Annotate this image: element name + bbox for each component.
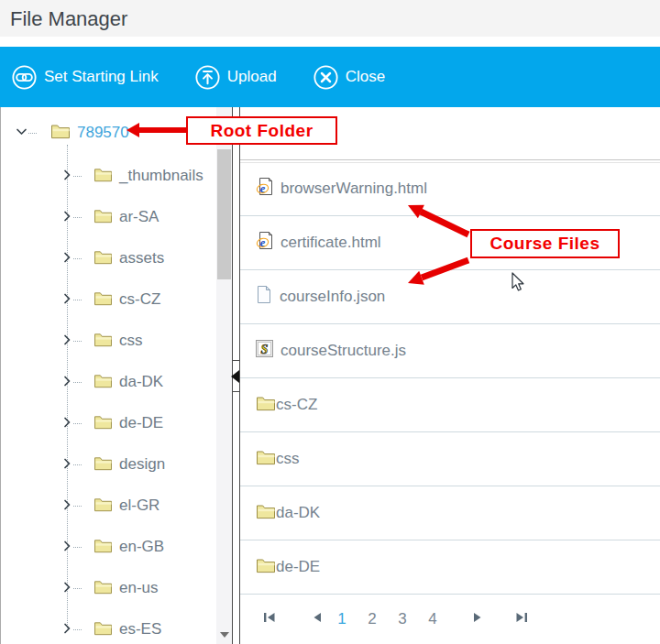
file-name[interactable]: css xyxy=(276,450,300,468)
file-row[interactable]: courseInfo.json xyxy=(240,270,660,324)
pagination: 1 2 3 4 xyxy=(240,595,660,644)
upload-button[interactable]: Upload xyxy=(195,65,277,90)
tree-item-ar-sa[interactable]: ar-SA xyxy=(61,207,159,227)
chevron-right-icon[interactable] xyxy=(61,539,72,555)
folder-icon xyxy=(94,373,113,392)
folder-icon xyxy=(94,249,113,268)
svg-text:e: e xyxy=(260,236,266,249)
tree-item-label[interactable]: el-GR xyxy=(119,497,160,515)
page-number-1[interactable]: 1 xyxy=(336,610,348,628)
tree-item-es-es[interactable]: es-ES xyxy=(61,619,161,639)
tree-item-label[interactable]: assets xyxy=(119,249,164,267)
set-starting-link-button[interactable]: Set Starting Link xyxy=(12,65,159,90)
splitter-collapse-icon[interactable] xyxy=(231,370,239,383)
file-row[interactable]: S courseStructure.js xyxy=(240,324,660,378)
file-name[interactable]: browserWarning.html xyxy=(280,180,427,198)
tree-item-root[interactable]: 789570 xyxy=(16,123,129,143)
course-files-annotation: Course Files xyxy=(470,229,620,258)
page-number-4[interactable]: 4 xyxy=(426,610,439,628)
folder-icon xyxy=(256,395,276,416)
first-page-button[interactable] xyxy=(263,611,277,628)
tree-item-el-gr[interactable]: el-GR xyxy=(61,496,160,516)
tree-item-label[interactable]: design xyxy=(119,455,165,474)
tree-item-da-dk[interactable]: da-DK xyxy=(61,372,163,392)
page-title: File Manager xyxy=(10,7,127,31)
file-name[interactable]: cs-CZ xyxy=(276,396,317,414)
file-name[interactable]: de-DE xyxy=(276,558,320,576)
tree-item-label[interactable]: da-DK xyxy=(119,373,163,391)
chevron-right-icon[interactable] xyxy=(61,374,72,390)
tree-scrollbar[interactable] xyxy=(216,107,232,644)
close-button[interactable]: Close xyxy=(314,65,385,90)
tree-stub xyxy=(28,132,37,134)
tree-item-design[interactable]: design xyxy=(61,454,165,475)
last-page-button[interactable] xyxy=(514,611,528,628)
file-name[interactable]: courseInfo.json xyxy=(280,288,385,306)
tree-item-label[interactable]: en-us xyxy=(119,579,159,597)
tree-item-thumbnails[interactable]: _thumbnails xyxy=(61,166,204,186)
svg-text:S: S xyxy=(261,343,269,356)
page-number-2[interactable]: 2 xyxy=(366,610,379,628)
file-row[interactable]: e browserWarning.html xyxy=(240,162,660,216)
chevron-right-icon[interactable] xyxy=(61,580,72,596)
tree-item-label[interactable]: cs-CZ xyxy=(119,290,160,309)
chevron-right-icon[interactable] xyxy=(61,209,72,225)
tree-item-css[interactable]: css xyxy=(61,331,143,351)
folder-icon xyxy=(94,538,113,557)
file-name[interactable]: da-DK xyxy=(276,504,320,522)
splitter-notch xyxy=(232,391,240,392)
course-files-annotation-label: Course Files xyxy=(490,234,600,254)
tree-item-label[interactable]: ar-SA xyxy=(119,208,159,226)
root-folder-annotation-label: Root Folder xyxy=(210,121,313,141)
folder-icon xyxy=(94,290,113,310)
chevron-right-icon[interactable] xyxy=(61,621,72,638)
folder-icon xyxy=(94,167,113,186)
tree-item-en-gb[interactable]: en-GB xyxy=(61,537,164,557)
root-folder-annotation: Root Folder xyxy=(186,116,337,145)
html-file-icon: e xyxy=(256,231,273,255)
tree-item-assets[interactable]: assets xyxy=(61,248,164,268)
file-list: e browserWarning.html e certificate.html… xyxy=(240,162,660,595)
tree-item-de-de[interactable]: de-DE xyxy=(61,413,163,433)
chevron-down-icon[interactable] xyxy=(16,125,28,141)
chevron-right-icon[interactable] xyxy=(61,456,72,473)
scroll-down-icon[interactable] xyxy=(220,632,229,638)
chevron-right-icon[interactable] xyxy=(61,250,72,267)
tree-item-label[interactable]: _thumbnails xyxy=(119,167,204,185)
file-name[interactable]: certificate.html xyxy=(280,234,381,252)
tree-item-label[interactable]: es-ES xyxy=(119,620,161,639)
file-name[interactable]: courseStructure.js xyxy=(280,342,406,360)
chevron-right-icon[interactable] xyxy=(61,168,72,184)
tree-scrollbar-thumb[interactable] xyxy=(217,149,231,279)
file-row[interactable]: css xyxy=(240,432,660,486)
next-page-button[interactable] xyxy=(472,611,483,628)
tree-item-en-us[interactable]: en-us xyxy=(61,578,159,598)
chevron-right-icon[interactable] xyxy=(61,333,72,349)
folder-icon xyxy=(94,332,113,351)
folder-icon xyxy=(94,579,113,598)
previous-page-button[interactable] xyxy=(312,611,323,628)
file-row[interactable]: de-DE xyxy=(240,540,660,595)
folder-icon xyxy=(256,449,276,470)
tree-item-label[interactable]: 789570 xyxy=(77,124,129,142)
folder-icon xyxy=(256,557,276,578)
tree-item-label[interactable]: css xyxy=(119,332,143,350)
page-number-3[interactable]: 3 xyxy=(396,610,409,628)
tree-item-cs-cz[interactable]: cs-CZ xyxy=(61,289,160,310)
file-row[interactable]: da-DK xyxy=(240,486,660,540)
splitter-notch xyxy=(232,360,240,361)
file-row[interactable]: cs-CZ xyxy=(240,378,660,432)
folder-icon xyxy=(94,620,113,639)
link-icon xyxy=(12,65,37,90)
tree-item-label[interactable]: de-DE xyxy=(119,414,163,432)
json-file-icon xyxy=(256,285,272,309)
chevron-right-icon[interactable] xyxy=(61,415,72,431)
folder-icon xyxy=(94,414,113,433)
html-file-icon: e xyxy=(256,177,273,201)
toolbar: Set Starting Link Upload Cl xyxy=(0,47,660,107)
folder-icon xyxy=(94,455,113,475)
chevron-right-icon[interactable] xyxy=(61,497,72,514)
tree-item-label[interactable]: en-GB xyxy=(119,538,164,556)
chevron-right-icon[interactable] xyxy=(61,291,72,308)
folder-icon xyxy=(94,497,113,516)
